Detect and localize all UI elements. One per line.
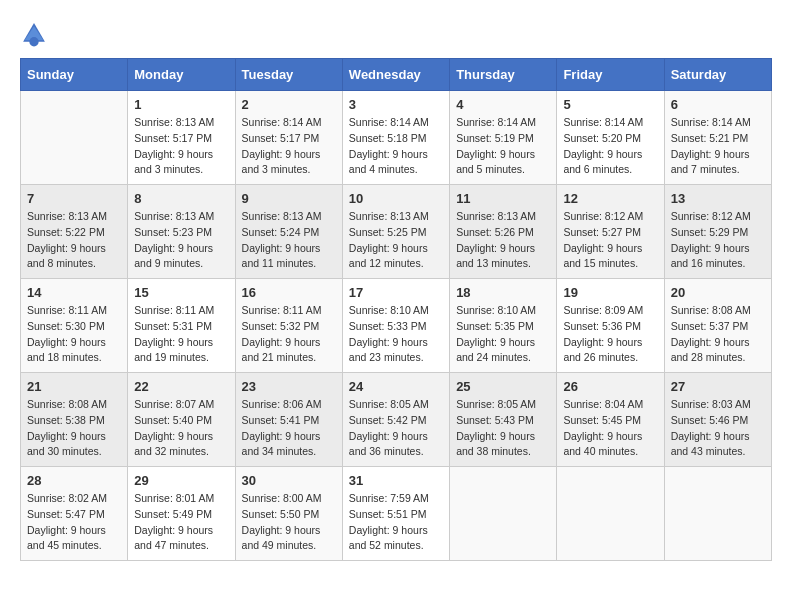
calendar-cell: 3 Sunrise: 8:14 AM Sunset: 5:18 PM Dayli… (342, 91, 449, 185)
day-number: 3 (349, 97, 443, 112)
sunrise-text: Sunrise: 8:14 AM (456, 116, 536, 128)
sunset-text: Sunset: 5:46 PM (671, 414, 749, 426)
day-number: 12 (563, 191, 657, 206)
cell-content: Sunrise: 8:11 AM Sunset: 5:31 PM Dayligh… (134, 303, 228, 366)
sunset-text: Sunset: 5:17 PM (134, 132, 212, 144)
day-number: 2 (242, 97, 336, 112)
calendar-cell: 12 Sunrise: 8:12 AM Sunset: 5:27 PM Dayl… (557, 185, 664, 279)
cell-content: Sunrise: 8:05 AM Sunset: 5:42 PM Dayligh… (349, 397, 443, 460)
day-number: 15 (134, 285, 228, 300)
sunset-text: Sunset: 5:38 PM (27, 414, 105, 426)
sunset-text: Sunset: 5:50 PM (242, 508, 320, 520)
sunrise-text: Sunrise: 8:13 AM (456, 210, 536, 222)
daylight-text: Daylight: 9 hours and 19 minutes. (134, 336, 213, 364)
sunset-text: Sunset: 5:35 PM (456, 320, 534, 332)
sunrise-text: Sunrise: 8:08 AM (671, 304, 751, 316)
calendar-cell: 18 Sunrise: 8:10 AM Sunset: 5:35 PM Dayl… (450, 279, 557, 373)
day-number: 1 (134, 97, 228, 112)
day-number: 19 (563, 285, 657, 300)
cell-content: Sunrise: 8:04 AM Sunset: 5:45 PM Dayligh… (563, 397, 657, 460)
day-number: 7 (27, 191, 121, 206)
cell-content: Sunrise: 8:11 AM Sunset: 5:30 PM Dayligh… (27, 303, 121, 366)
sunrise-text: Sunrise: 8:12 AM (563, 210, 643, 222)
cell-content: Sunrise: 8:10 AM Sunset: 5:33 PM Dayligh… (349, 303, 443, 366)
daylight-text: Daylight: 9 hours and 4 minutes. (349, 148, 428, 176)
calendar-cell: 23 Sunrise: 8:06 AM Sunset: 5:41 PM Dayl… (235, 373, 342, 467)
day-number: 29 (134, 473, 228, 488)
daylight-text: Daylight: 9 hours and 12 minutes. (349, 242, 428, 270)
day-number: 25 (456, 379, 550, 394)
sunrise-text: Sunrise: 8:13 AM (242, 210, 322, 222)
sunset-text: Sunset: 5:21 PM (671, 132, 749, 144)
daylight-text: Daylight: 9 hours and 7 minutes. (671, 148, 750, 176)
daylight-text: Daylight: 9 hours and 24 minutes. (456, 336, 535, 364)
day-number: 24 (349, 379, 443, 394)
calendar-cell: 28 Sunrise: 8:02 AM Sunset: 5:47 PM Dayl… (21, 467, 128, 561)
calendar-cell: 16 Sunrise: 8:11 AM Sunset: 5:32 PM Dayl… (235, 279, 342, 373)
daylight-text: Daylight: 9 hours and 13 minutes. (456, 242, 535, 270)
sunrise-text: Sunrise: 8:14 AM (671, 116, 751, 128)
svg-point-2 (29, 37, 38, 46)
day-header-friday: Friday (557, 59, 664, 91)
day-header-tuesday: Tuesday (235, 59, 342, 91)
day-header-thursday: Thursday (450, 59, 557, 91)
calendar-cell: 22 Sunrise: 8:07 AM Sunset: 5:40 PM Dayl… (128, 373, 235, 467)
calendar-cell: 26 Sunrise: 8:04 AM Sunset: 5:45 PM Dayl… (557, 373, 664, 467)
calendar-cell: 6 Sunrise: 8:14 AM Sunset: 5:21 PM Dayli… (664, 91, 771, 185)
sunrise-text: Sunrise: 8:04 AM (563, 398, 643, 410)
calendar-cell: 11 Sunrise: 8:13 AM Sunset: 5:26 PM Dayl… (450, 185, 557, 279)
cell-content: Sunrise: 8:01 AM Sunset: 5:49 PM Dayligh… (134, 491, 228, 554)
sunrise-text: Sunrise: 8:11 AM (242, 304, 322, 316)
cell-content: Sunrise: 8:14 AM Sunset: 5:17 PM Dayligh… (242, 115, 336, 178)
calendar-cell: 8 Sunrise: 8:13 AM Sunset: 5:23 PM Dayli… (128, 185, 235, 279)
daylight-text: Daylight: 9 hours and 30 minutes. (27, 430, 106, 458)
day-number: 14 (27, 285, 121, 300)
day-header-saturday: Saturday (664, 59, 771, 91)
sunset-text: Sunset: 5:45 PM (563, 414, 641, 426)
calendar-cell: 5 Sunrise: 8:14 AM Sunset: 5:20 PM Dayli… (557, 91, 664, 185)
sunrise-text: Sunrise: 8:09 AM (563, 304, 643, 316)
daylight-text: Daylight: 9 hours and 49 minutes. (242, 524, 321, 552)
cell-content: Sunrise: 8:02 AM Sunset: 5:47 PM Dayligh… (27, 491, 121, 554)
sunset-text: Sunset: 5:30 PM (27, 320, 105, 332)
sunset-text: Sunset: 5:32 PM (242, 320, 320, 332)
cell-content: Sunrise: 8:13 AM Sunset: 5:24 PM Dayligh… (242, 209, 336, 272)
logo-icon (20, 20, 48, 48)
calendar-cell: 30 Sunrise: 8:00 AM Sunset: 5:50 PM Dayl… (235, 467, 342, 561)
daylight-text: Daylight: 9 hours and 32 minutes. (134, 430, 213, 458)
day-number: 17 (349, 285, 443, 300)
cell-content: Sunrise: 8:14 AM Sunset: 5:21 PM Dayligh… (671, 115, 765, 178)
sunrise-text: Sunrise: 8:06 AM (242, 398, 322, 410)
sunset-text: Sunset: 5:42 PM (349, 414, 427, 426)
calendar-cell: 29 Sunrise: 8:01 AM Sunset: 5:49 PM Dayl… (128, 467, 235, 561)
sunset-text: Sunset: 5:29 PM (671, 226, 749, 238)
sunset-text: Sunset: 5:43 PM (456, 414, 534, 426)
calendar-cell (21, 91, 128, 185)
sunset-text: Sunset: 5:26 PM (456, 226, 534, 238)
sunrise-text: Sunrise: 8:05 AM (349, 398, 429, 410)
calendar-cell: 27 Sunrise: 8:03 AM Sunset: 5:46 PM Dayl… (664, 373, 771, 467)
sunset-text: Sunset: 5:33 PM (349, 320, 427, 332)
day-header-wednesday: Wednesday (342, 59, 449, 91)
cell-content: Sunrise: 8:13 AM Sunset: 5:23 PM Dayligh… (134, 209, 228, 272)
cell-content: Sunrise: 8:11 AM Sunset: 5:32 PM Dayligh… (242, 303, 336, 366)
sunset-text: Sunset: 5:31 PM (134, 320, 212, 332)
calendar-cell (664, 467, 771, 561)
sunset-text: Sunset: 5:37 PM (671, 320, 749, 332)
daylight-text: Daylight: 9 hours and 40 minutes. (563, 430, 642, 458)
daylight-text: Daylight: 9 hours and 6 minutes. (563, 148, 642, 176)
calendar-cell: 21 Sunrise: 8:08 AM Sunset: 5:38 PM Dayl… (21, 373, 128, 467)
calendar-cell: 9 Sunrise: 8:13 AM Sunset: 5:24 PM Dayli… (235, 185, 342, 279)
page-header (20, 20, 772, 48)
day-number: 5 (563, 97, 657, 112)
calendar-cell: 15 Sunrise: 8:11 AM Sunset: 5:31 PM Dayl… (128, 279, 235, 373)
daylight-text: Daylight: 9 hours and 28 minutes. (671, 336, 750, 364)
day-number: 26 (563, 379, 657, 394)
calendar-cell: 14 Sunrise: 8:11 AM Sunset: 5:30 PM Dayl… (21, 279, 128, 373)
sunset-text: Sunset: 5:40 PM (134, 414, 212, 426)
cell-content: Sunrise: 8:00 AM Sunset: 5:50 PM Dayligh… (242, 491, 336, 554)
calendar-cell: 25 Sunrise: 8:05 AM Sunset: 5:43 PM Dayl… (450, 373, 557, 467)
daylight-text: Daylight: 9 hours and 8 minutes. (27, 242, 106, 270)
day-number: 16 (242, 285, 336, 300)
sunrise-text: Sunrise: 7:59 AM (349, 492, 429, 504)
